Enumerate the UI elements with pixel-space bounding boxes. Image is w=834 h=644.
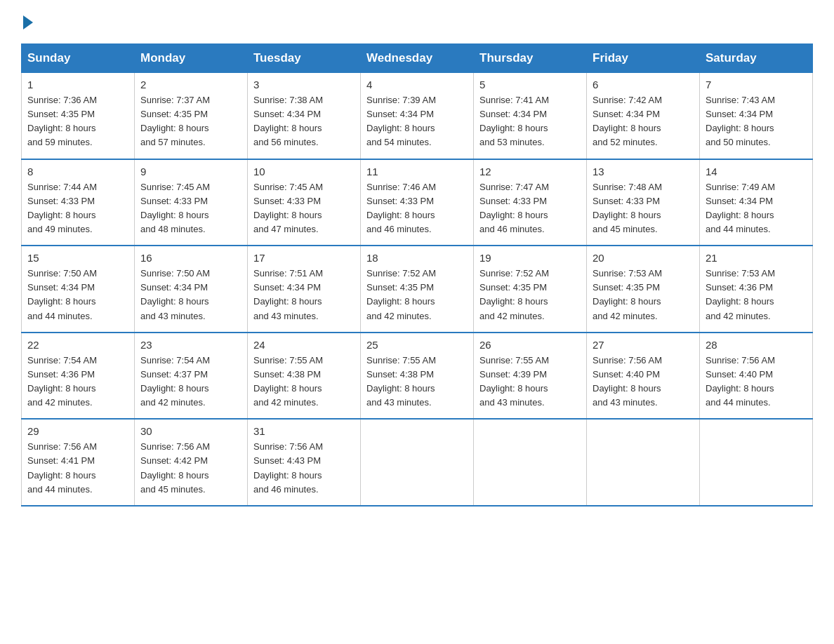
day-info: Sunrise: 7:56 AMSunset: 4:42 PMDaylight:… — [140, 440, 241, 497]
calendar-week-row: 1 Sunrise: 7:36 AMSunset: 4:35 PMDayligh… — [22, 73, 813, 159]
calendar-table: SundayMondayTuesdayWednesdayThursdayFrid… — [21, 43, 813, 507]
day-number: 6 — [593, 79, 694, 90]
calendar-cell: 18 Sunrise: 7:52 AMSunset: 4:35 PMDaylig… — [361, 246, 474, 333]
day-number: 30 — [140, 425, 241, 437]
day-number: 25 — [366, 339, 468, 351]
calendar-cell: 26 Sunrise: 7:55 AMSunset: 4:39 PMDaylig… — [474, 333, 587, 420]
weekday-header-thursday: Thursday — [474, 44, 587, 73]
day-number: 23 — [140, 339, 241, 351]
day-number: 12 — [479, 166, 581, 177]
calendar-cell: 19 Sunrise: 7:52 AMSunset: 4:35 PMDaylig… — [474, 246, 587, 333]
calendar-cell: 27 Sunrise: 7:56 AMSunset: 4:40 PMDaylig… — [587, 333, 700, 420]
calendar-cell: 2 Sunrise: 7:37 AMSunset: 4:35 PMDayligh… — [135, 73, 248, 159]
day-info: Sunrise: 7:47 AMSunset: 4:33 PMDaylight:… — [479, 180, 581, 237]
day-number: 16 — [140, 252, 241, 264]
calendar-cell: 31 Sunrise: 7:56 AMSunset: 4:43 PMDaylig… — [248, 419, 361, 506]
day-number: 9 — [140, 166, 241, 177]
calendar-cell — [474, 419, 587, 506]
weekday-header-row: SundayMondayTuesdayWednesdayThursdayFrid… — [22, 44, 813, 73]
day-number: 11 — [366, 166, 468, 177]
calendar-week-row: 29 Sunrise: 7:56 AMSunset: 4:41 PMDaylig… — [22, 419, 813, 506]
logo-triangle-icon — [23, 15, 33, 29]
day-number: 13 — [593, 166, 694, 177]
day-info: Sunrise: 7:45 AMSunset: 4:33 PMDaylight:… — [253, 180, 355, 237]
weekday-header-sunday: Sunday — [22, 44, 135, 73]
calendar-cell: 9 Sunrise: 7:45 AMSunset: 4:33 PMDayligh… — [135, 159, 248, 246]
day-number: 17 — [253, 252, 355, 264]
day-info: Sunrise: 7:38 AMSunset: 4:34 PMDaylight:… — [253, 93, 355, 150]
day-number: 4 — [366, 79, 468, 90]
calendar-cell: 23 Sunrise: 7:54 AMSunset: 4:37 PMDaylig… — [135, 333, 248, 420]
calendar-cell: 28 Sunrise: 7:56 AMSunset: 4:40 PMDaylig… — [700, 333, 813, 420]
day-info: Sunrise: 7:56 AMSunset: 4:40 PMDaylight:… — [593, 354, 694, 410]
day-number: 21 — [706, 252, 807, 264]
day-info: Sunrise: 7:55 AMSunset: 4:38 PMDaylight:… — [366, 354, 468, 410]
day-number: 8 — [27, 166, 128, 177]
calendar-cell: 8 Sunrise: 7:44 AMSunset: 4:33 PMDayligh… — [22, 159, 135, 246]
day-info: Sunrise: 7:49 AMSunset: 4:34 PMDaylight:… — [706, 180, 807, 237]
day-info: Sunrise: 7:50 AMSunset: 4:34 PMDaylight:… — [140, 267, 241, 323]
day-info: Sunrise: 7:56 AMSunset: 4:40 PMDaylight:… — [706, 354, 807, 410]
calendar-cell: 4 Sunrise: 7:39 AMSunset: 4:34 PMDayligh… — [361, 73, 474, 159]
day-number: 3 — [253, 79, 355, 90]
calendar-cell — [700, 419, 813, 506]
day-info: Sunrise: 7:52 AMSunset: 4:35 PMDaylight:… — [366, 267, 468, 323]
day-number: 15 — [27, 252, 128, 264]
logo-line1 — [21, 14, 33, 29]
day-info: Sunrise: 7:53 AMSunset: 4:36 PMDaylight:… — [706, 267, 807, 323]
calendar-cell: 7 Sunrise: 7:43 AMSunset: 4:34 PMDayligh… — [700, 73, 813, 159]
day-info: Sunrise: 7:56 AMSunset: 4:41 PMDaylight:… — [27, 440, 128, 497]
day-info: Sunrise: 7:36 AMSunset: 4:35 PMDaylight:… — [27, 93, 128, 150]
calendar-cell: 6 Sunrise: 7:42 AMSunset: 4:34 PMDayligh… — [587, 73, 700, 159]
calendar-cell: 3 Sunrise: 7:38 AMSunset: 4:34 PMDayligh… — [248, 73, 361, 159]
day-number: 19 — [479, 252, 581, 264]
day-info: Sunrise: 7:55 AMSunset: 4:38 PMDaylight:… — [253, 354, 355, 410]
day-number: 28 — [706, 339, 807, 351]
day-number: 20 — [593, 252, 694, 264]
calendar-cell: 17 Sunrise: 7:51 AMSunset: 4:34 PMDaylig… — [248, 246, 361, 333]
weekday-header-monday: Monday — [135, 44, 248, 73]
calendar-cell: 11 Sunrise: 7:46 AMSunset: 4:33 PMDaylig… — [361, 159, 474, 246]
day-info: Sunrise: 7:53 AMSunset: 4:35 PMDaylight:… — [593, 267, 694, 323]
calendar-cell: 14 Sunrise: 7:49 AMSunset: 4:34 PMDaylig… — [700, 159, 813, 246]
calendar-cell: 20 Sunrise: 7:53 AMSunset: 4:35 PMDaylig… — [587, 246, 700, 333]
day-number: 29 — [27, 425, 128, 437]
day-number: 18 — [366, 252, 468, 264]
calendar-week-row: 15 Sunrise: 7:50 AMSunset: 4:34 PMDaylig… — [22, 246, 813, 333]
calendar-cell: 21 Sunrise: 7:53 AMSunset: 4:36 PMDaylig… — [700, 246, 813, 333]
day-info: Sunrise: 7:56 AMSunset: 4:43 PMDaylight:… — [253, 440, 355, 497]
day-info: Sunrise: 7:41 AMSunset: 4:34 PMDaylight:… — [479, 93, 581, 150]
day-info: Sunrise: 7:46 AMSunset: 4:33 PMDaylight:… — [366, 180, 468, 237]
calendar-cell: 13 Sunrise: 7:48 AMSunset: 4:33 PMDaylig… — [587, 159, 700, 246]
day-info: Sunrise: 7:55 AMSunset: 4:39 PMDaylight:… — [479, 354, 581, 410]
day-info: Sunrise: 7:44 AMSunset: 4:33 PMDaylight:… — [27, 180, 128, 237]
day-info: Sunrise: 7:51 AMSunset: 4:34 PMDaylight:… — [253, 267, 355, 323]
calendar-cell — [587, 419, 700, 506]
day-info: Sunrise: 7:54 AMSunset: 4:36 PMDaylight:… — [27, 354, 128, 410]
logo — [21, 14, 33, 29]
day-number: 26 — [479, 339, 581, 351]
weekday-header-friday: Friday — [587, 44, 700, 73]
calendar-cell: 16 Sunrise: 7:50 AMSunset: 4:34 PMDaylig… — [135, 246, 248, 333]
day-info: Sunrise: 7:50 AMSunset: 4:34 PMDaylight:… — [27, 267, 128, 323]
day-info: Sunrise: 7:39 AMSunset: 4:34 PMDaylight:… — [366, 93, 468, 150]
calendar-cell: 29 Sunrise: 7:56 AMSunset: 4:41 PMDaylig… — [22, 419, 135, 506]
day-number: 7 — [706, 79, 807, 90]
weekday-header-wednesday: Wednesday — [361, 44, 474, 73]
calendar-cell: 5 Sunrise: 7:41 AMSunset: 4:34 PMDayligh… — [474, 73, 587, 159]
calendar-week-row: 22 Sunrise: 7:54 AMSunset: 4:36 PMDaylig… — [22, 333, 813, 420]
day-info: Sunrise: 7:42 AMSunset: 4:34 PMDaylight:… — [593, 93, 694, 150]
calendar-cell: 30 Sunrise: 7:56 AMSunset: 4:42 PMDaylig… — [135, 419, 248, 506]
day-number: 14 — [706, 166, 807, 177]
day-number: 24 — [253, 339, 355, 351]
day-number: 27 — [593, 339, 694, 351]
day-info: Sunrise: 7:52 AMSunset: 4:35 PMDaylight:… — [479, 267, 581, 323]
day-info: Sunrise: 7:37 AMSunset: 4:35 PMDaylight:… — [140, 93, 241, 150]
day-info: Sunrise: 7:54 AMSunset: 4:37 PMDaylight:… — [140, 354, 241, 410]
calendar-cell: 22 Sunrise: 7:54 AMSunset: 4:36 PMDaylig… — [22, 333, 135, 420]
page-header — [21, 14, 813, 29]
calendar-cell: 10 Sunrise: 7:45 AMSunset: 4:33 PMDaylig… — [248, 159, 361, 246]
day-number: 1 — [27, 79, 128, 90]
day-info: Sunrise: 7:48 AMSunset: 4:33 PMDaylight:… — [593, 180, 694, 237]
calendar-cell: 1 Sunrise: 7:36 AMSunset: 4:35 PMDayligh… — [22, 73, 135, 159]
